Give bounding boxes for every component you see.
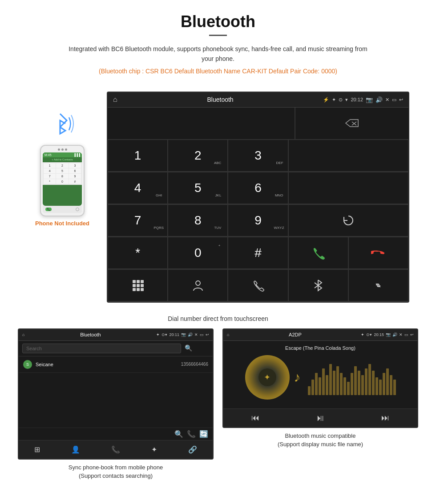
eq-bar — [343, 377, 346, 395]
music-cam[interactable]: 📷 — [386, 332, 391, 337]
music-title: A2DP — [289, 332, 302, 337]
phonebook-header-left: ⌂ — [22, 332, 24, 337]
dial-refresh-button[interactable] — [288, 204, 408, 236]
phone-illustration: M:45 ▐▐▐ + Add to Contacts 1 2 3 4 5 6 7… — [27, 109, 98, 227]
contact-row[interactable]: S Seicane 13566664466 — [19, 356, 213, 373]
dial-key-6[interactable]: 6 MNO — [228, 172, 288, 204]
hangup-button[interactable] — [348, 237, 408, 269]
dial-key-star[interactable]: * — [108, 237, 168, 269]
dial-key-5[interactable]: 5 JKL — [168, 172, 228, 204]
music-vol[interactable]: 🔊 — [392, 332, 397, 337]
display-row — [108, 108, 408, 140]
music-close[interactable]: ✕ — [399, 332, 403, 337]
phonebook-content: S Seicane 13566664466 — [19, 356, 213, 428]
pb-bt-icon[interactable]: ✦ — [151, 445, 157, 454]
pb-link-icon[interactable]: 🔗 — [188, 445, 197, 454]
bluetooth-icon-button[interactable] — [288, 269, 348, 301]
close-icon[interactable]: ✕ — [385, 97, 389, 103]
dial-row-3: 7 PQRS 8 TUV 9 WXYZ — [108, 204, 408, 237]
dial-key-0[interactable]: 0 + — [168, 237, 228, 269]
phonebook-call-action[interactable]: 📞 — [187, 430, 196, 438]
phonebook-close[interactable]: ✕ — [194, 332, 198, 337]
settings-icon-button[interactable] — [348, 269, 408, 301]
phonebook-cam[interactable]: 📷 — [181, 332, 186, 337]
music-item: ⌂ A2DP ✦ ⊙▾ 20:15 📷 🔊 ✕ ▭ ↩ Escape (The … — [222, 328, 418, 480]
phonebook-screen: ⌂ Bluetooth ✦ ⊙▾ 20:11 📷 🔊 ✕ ▭ ↩ Search … — [18, 328, 214, 460]
dial-caption: Dial number direct from touchscreen — [0, 312, 436, 328]
eq-bar — [383, 373, 385, 395]
music-art-area: ✦ ♪ — [228, 355, 413, 400]
phonebook-refresh-action[interactable]: 🔄 — [199, 430, 208, 438]
hangup-icon — [371, 246, 385, 260]
dial-key-1[interactable]: 1 — [108, 140, 168, 172]
dial-key-7[interactable]: 7 PQRS — [108, 204, 168, 236]
dial-key-2[interactable]: 2 ABC — [168, 140, 228, 172]
phonebook-search-action[interactable]: 🔍 — [174, 430, 183, 438]
back-icon[interactable]: ↩ — [399, 97, 403, 103]
phonebook-win[interactable]: ▭ — [200, 332, 204, 337]
bluetooth-icon — [313, 279, 323, 292]
bt-icon: ✦ — [332, 97, 336, 103]
pb-person-icon[interactable]: 👤 — [71, 445, 80, 454]
pb-phone-icon[interactable]: 📞 — [111, 445, 120, 454]
dial-key-hash[interactable]: # — [228, 237, 288, 269]
dial-display — [108, 108, 295, 139]
music-time: 20:15 — [374, 332, 384, 337]
page-specs: (Bluetooth chip : CSR BC6 Default Blueto… — [9, 68, 427, 75]
contacts-icon-button[interactable] — [168, 269, 228, 301]
car-header-left: ⌂ — [113, 96, 117, 104]
eq-bar — [336, 366, 339, 395]
music-disc: ✦ — [245, 355, 290, 400]
eq-bar — [315, 373, 318, 395]
volume-icon[interactable]: 🔊 — [375, 96, 383, 103]
phonebook-back[interactable]: ↩ — [206, 332, 209, 337]
svg-rect-9 — [137, 288, 140, 291]
play-pause-icon[interactable]: ⏯ — [316, 413, 325, 423]
home-icon[interactable]: ⌂ — [113, 96, 117, 104]
music-content: Escape (The Pina Colada Song) ✦ ♪ — [223, 341, 417, 408]
pb-grid-icon[interactable]: ⊞ — [34, 445, 40, 454]
dial-row-4: * 0 + # — [108, 237, 408, 269]
location-icon: ⊙ — [339, 97, 343, 103]
dial-key-4[interactable]: 4 GHI — [108, 172, 168, 204]
dial-key-9[interactable]: 9 WXYZ — [228, 204, 288, 236]
backspace-button[interactable] — [295, 108, 408, 139]
car-header-right: ⚡ ✦ ⊙ ▾ 20:12 📷 🔊 ✕ ▭ ↩ — [323, 96, 403, 103]
phonebook-search-field[interactable]: Search — [22, 344, 181, 353]
phonebook-home-icon[interactable]: ⌂ — [22, 332, 24, 337]
svg-line-13 — [315, 285, 318, 288]
eq-bar — [347, 382, 350, 395]
music-back[interactable]: ↩ — [410, 332, 414, 337]
call-button[interactable] — [288, 237, 348, 269]
eq-bar — [361, 375, 364, 395]
search-icon[interactable]: 🔍 — [185, 344, 192, 352]
next-track-icon[interactable]: ⏭ — [381, 413, 389, 423]
dial-8-sub: TUV — [214, 226, 221, 230]
phonebook-vol[interactable]: 🔊 — [188, 332, 193, 337]
music-home-icon[interactable]: ⌂ — [227, 332, 229, 337]
music-win[interactable]: ▭ — [404, 332, 408, 337]
eq-bar — [375, 377, 378, 395]
phone-key-star: * — [44, 179, 56, 184]
phone-icon-button[interactable] — [228, 269, 288, 301]
window-icon[interactable]: ▭ — [392, 97, 396, 103]
camera-icon[interactable]: 📷 — [366, 96, 373, 103]
phone-dot-2 — [61, 148, 64, 151]
phone-key-7: 7 — [44, 174, 56, 179]
phonebook-title: Bluetooth — [80, 332, 101, 337]
phone-screen-top-bar: M:45 ▐▐▐ — [43, 152, 82, 157]
phone-key-8: 8 — [56, 174, 68, 179]
music-song-title: Escape (The Pina Colada Song) — [228, 345, 413, 351]
svg-rect-5 — [133, 284, 136, 287]
car-screen-header: ⌂ Bluetooth ⚡ ✦ ⊙ ▾ 20:12 📷 🔊 ✕ ▭ ↩ — [108, 92, 408, 108]
link-icon — [372, 279, 384, 292]
dial-key-3[interactable]: 3 DEF — [228, 140, 288, 172]
dial-key-8[interactable]: 8 TUV — [168, 204, 228, 236]
call-icon — [311, 246, 325, 260]
dialpad-icon-button[interactable] — [108, 269, 168, 301]
phonebook-header: ⌂ Bluetooth ✦ ⊙▾ 20:11 📷 🔊 ✕ ▭ ↩ — [19, 329, 213, 341]
eq-bar — [386, 368, 389, 395]
disc-bt-icon: ✦ — [264, 372, 270, 382]
dial-row-1: 1 2 ABC 3 DEF — [108, 140, 408, 172]
prev-track-icon[interactable]: ⏮ — [251, 413, 259, 423]
